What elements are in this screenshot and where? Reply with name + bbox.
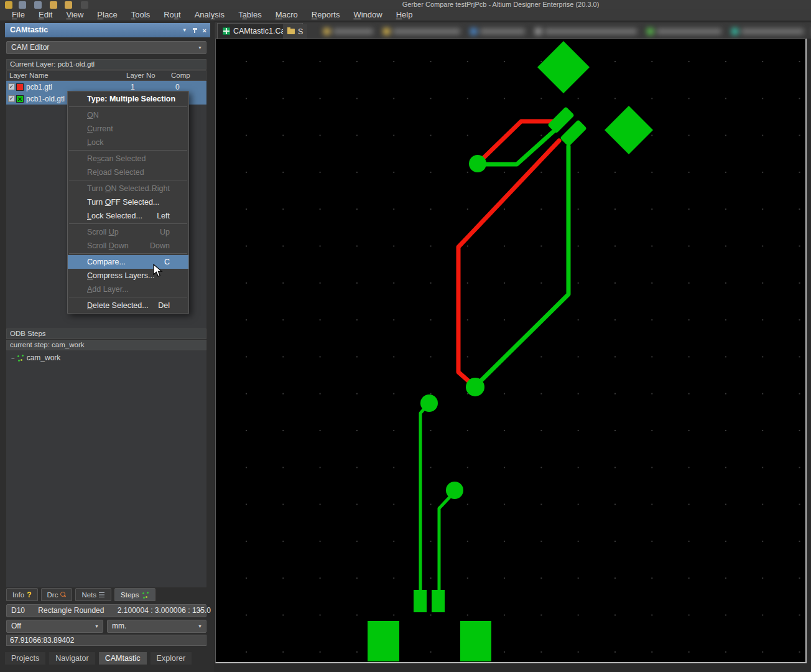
- pcb-trace-green[interactable]: [420, 409, 424, 592]
- panel-tab-steps[interactable]: Steps: [114, 588, 155, 601]
- layer-color-swatch[interactable]: [16, 83, 24, 91]
- menu-item-turn-off-selected[interactable]: Turn OFF Selected...: [68, 195, 188, 209]
- document-tab-bar: CAMtastic1.Cam * S: [215, 22, 811, 39]
- grid-dot: [430, 651, 432, 653]
- grid-dot: [467, 282, 468, 284]
- grid-dot: [246, 61, 247, 62]
- grid-dot: [725, 393, 726, 394]
- menu-item-scroll-up: Scroll UpUp: [68, 225, 188, 239]
- layer-color-swatch[interactable]: ✕: [16, 95, 24, 103]
- units-select[interactable]: mm. ▼: [107, 620, 206, 633]
- cam-document-icon: [223, 27, 230, 35]
- tab-document-2[interactable]: S: [283, 24, 307, 39]
- grid-dot: [725, 61, 726, 62]
- grid-dot: [799, 246, 800, 247]
- menu-item-compare[interactable]: Compare...C: [68, 255, 188, 269]
- chevron-down-icon: ▼: [198, 620, 202, 632]
- tree-item-cam-work[interactable]: -- cam_work: [11, 353, 60, 362]
- grid-dot: [651, 172, 652, 173]
- tree-item-label: cam_work: [27, 353, 61, 362]
- menu-item-label: Reload Selected: [87, 168, 144, 177]
- snap-mode-select[interactable]: Off ▼: [6, 620, 103, 633]
- pcb-trace-green[interactable]: [480, 127, 558, 164]
- grid-dot: [688, 615, 690, 616]
- menu-edit[interactable]: Edit: [32, 9, 59, 21]
- camtastic-panel-header[interactable]: CAMtastic ▼ ×: [5, 23, 210, 37]
- question-icon: ?: [27, 590, 31, 599]
- menu-item-on: ON: [68, 108, 188, 122]
- window-title: Gerber Compare testPrjPcb - Altium Desig…: [311, 1, 690, 8]
- grid-dot: [688, 504, 690, 505]
- odb-steps-tree[interactable]: -- cam_work: [6, 350, 206, 587]
- panel-tab-info[interactable]: Info?: [6, 588, 38, 601]
- workspace-tab-projects[interactable]: Projects: [5, 652, 45, 665]
- menu-place[interactable]: Place: [90, 9, 124, 21]
- toolbar-extra-icon[interactable]: [81, 1, 88, 9]
- editor-mode-select[interactable]: CAM Editor ▼: [6, 41, 206, 54]
- print-icon[interactable]: [34, 1, 42, 9]
- menu-reports[interactable]: Reports: [305, 9, 347, 21]
- coordinates-field[interactable]: 67.91066:83.89402: [6, 635, 206, 646]
- cam-canvas[interactable]: [215, 39, 807, 663]
- menu-window[interactable]: Window: [346, 9, 389, 21]
- panel-tab-drc[interactable]: Drc: [41, 588, 73, 601]
- menu-view[interactable]: View: [59, 9, 90, 21]
- grid-dot: [762, 393, 763, 394]
- workspace-tab-explorer[interactable]: Explorer: [151, 652, 192, 665]
- grid-dot: [356, 651, 358, 653]
- pcb-pad-rect[interactable]: [414, 590, 427, 612]
- pcb-trace-red[interactable]: [458, 141, 559, 386]
- schematic-document-icon: [287, 29, 295, 34]
- open-folder-icon[interactable]: [50, 1, 57, 9]
- close-icon[interactable]: ×: [203, 27, 206, 34]
- pcb-pad-rect[interactable]: [368, 621, 399, 661]
- grid-dot: [282, 467, 284, 468]
- grid-dot: [614, 541, 616, 542]
- pcb-pad-round[interactable]: [469, 155, 486, 172]
- grid-dot: [614, 467, 616, 468]
- grid-dot: [282, 615, 284, 616]
- pcb-pad-rect[interactable]: [460, 621, 491, 661]
- step-icon: [17, 354, 24, 362]
- pcb-pad-diamond[interactable]: [537, 41, 590, 93]
- grid-dot: [578, 651, 579, 653]
- grid-dot: [799, 541, 800, 542]
- grid-dot: [467, 61, 468, 62]
- grid-dot: [688, 246, 690, 247]
- aperture-select[interactable]: D10 Rectangle Rounded 2.100004 : 3.00000…: [6, 604, 206, 617]
- layer-visibility-checkbox[interactable]: ✓: [8, 95, 15, 102]
- menu-file[interactable]: File: [5, 9, 32, 21]
- tree-branch-line: --: [11, 355, 14, 362]
- grid-dot: [651, 135, 652, 136]
- workspace-tab-navigator[interactable]: Navigator: [49, 652, 95, 665]
- menu-rout[interactable]: Rout: [157, 9, 187, 21]
- menu-macro[interactable]: Macro: [269, 9, 305, 21]
- pcb-pad-round[interactable]: [466, 378, 484, 396]
- panel-menu-arrow-icon[interactable]: ▼: [182, 23, 187, 37]
- save-icon[interactable]: [19, 1, 26, 9]
- menu-item-delete-selected[interactable]: Delete Selected...Del: [68, 299, 188, 312]
- bolt-icon[interactable]: [5, 1, 12, 9]
- grid-dot: [614, 282, 616, 284]
- pin-icon[interactable]: [193, 27, 197, 33]
- grid-dot: [725, 135, 726, 136]
- menu-tables[interactable]: Tables: [231, 9, 269, 21]
- mouse-cursor: [153, 264, 164, 278]
- grid-dot: [320, 651, 321, 653]
- pcb-pad-diamond[interactable]: [605, 106, 653, 154]
- menu-item-lock-selected[interactable]: Lock Selected...Left: [68, 209, 188, 223]
- open-project-icon[interactable]: [65, 1, 72, 9]
- panel-tab-nets[interactable]: Nets: [75, 588, 111, 601]
- netlist-icon: [99, 592, 105, 598]
- layer-visibility-checkbox[interactable]: ✓: [8, 83, 15, 90]
- pcb-trace-green[interactable]: [439, 497, 450, 592]
- menu-help[interactable]: Help: [389, 9, 420, 21]
- workspace-tab-camtastic[interactable]: CAMtastic: [99, 652, 147, 665]
- grid-dot: [540, 393, 542, 394]
- menu-tools[interactable]: Tools: [124, 9, 157, 21]
- menu-item-compress-layers[interactable]: Compress Layers...: [68, 269, 188, 282]
- grid-dot: [430, 615, 432, 616]
- menu-analysis[interactable]: Analysis: [188, 9, 231, 21]
- pcb-pad-rect[interactable]: [432, 590, 445, 612]
- pcb-artwork[interactable]: [216, 39, 805, 661]
